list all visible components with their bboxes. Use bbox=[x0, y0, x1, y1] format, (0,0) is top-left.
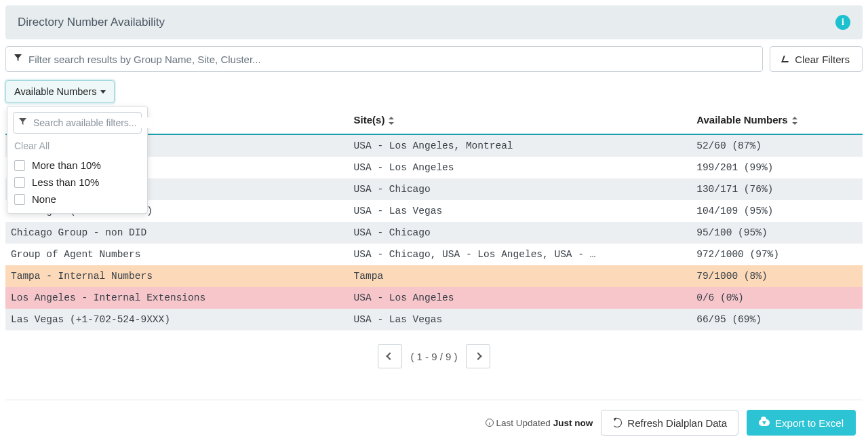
filter-dropdown-panel: Clear All More than 10%Less than 10%None bbox=[7, 106, 148, 214]
cell-available: 104/109 (95%) bbox=[691, 200, 863, 222]
chevron-down-icon bbox=[100, 90, 106, 94]
app-root: Directory Number Availability i Clear Fi… bbox=[0, 0, 868, 441]
export-button[interactable]: Export to Excel bbox=[747, 410, 856, 436]
cell-sites: USA - Los Angeles bbox=[349, 157, 692, 178]
table-row[interactable]: Chicago Group - non DIDUSA - Chicago95/1… bbox=[5, 222, 863, 244]
pagination: ( 1 - 9 / 9 ) bbox=[5, 344, 863, 368]
page-title: Directory Number Availability bbox=[18, 16, 165, 29]
filter-option[interactable]: More than 10% bbox=[13, 157, 142, 174]
refresh-icon bbox=[612, 418, 622, 427]
cell-available: 52/60 (87%) bbox=[691, 134, 863, 157]
clear-filters-button[interactable]: Clear Filters bbox=[770, 46, 863, 72]
cell-sites: USA - Las Vegas bbox=[349, 309, 692, 330]
checkbox[interactable] bbox=[14, 177, 25, 188]
cell-sites: USA - Los Angeles bbox=[349, 287, 692, 309]
page-header: Directory Number Availability i bbox=[5, 5, 863, 39]
table-row[interactable]: Los Angeles - Internal ExtensionsUSA - L… bbox=[5, 287, 863, 309]
cell-available: 972/1000 (97%) bbox=[691, 244, 863, 265]
filter-option[interactable]: Less than 10% bbox=[13, 174, 142, 191]
cell-group: Las Vegas (+1-702-524-9XXX) bbox=[5, 309, 349, 330]
chevron-right-icon bbox=[474, 352, 481, 360]
table-row[interactable]: Tampa - Internal NumbersTampa79/1000 (8%… bbox=[5, 265, 863, 287]
dropdown-search[interactable] bbox=[13, 112, 142, 134]
cell-group: Los Angeles - Internal Extensions bbox=[5, 287, 349, 309]
column-header-available[interactable]: Available Numbers bbox=[691, 107, 863, 134]
clear-filters-label: Clear Filters bbox=[795, 54, 850, 65]
refresh-button[interactable]: Refresh Dialplan Data bbox=[601, 410, 738, 436]
filter-option-label: Less than 10% bbox=[32, 176, 99, 188]
filter-input-wrap[interactable] bbox=[5, 46, 763, 72]
page-prev-button[interactable] bbox=[378, 344, 402, 368]
cell-available: 0/6 (0%) bbox=[691, 287, 863, 309]
table-row[interactable]: Group of Agent NumbersUSA - Chicago, USA… bbox=[5, 244, 863, 265]
cell-sites: Tampa bbox=[349, 265, 692, 287]
filter-icon bbox=[14, 54, 22, 64]
table-row[interactable]: Las Vegas (+1-702-524-9XXX)USA - Las Veg… bbox=[5, 309, 863, 330]
cell-available: 66/95 (69%) bbox=[691, 309, 863, 330]
filter-option-label: None bbox=[32, 193, 56, 205]
checkbox[interactable] bbox=[14, 160, 25, 171]
filter-option-label: More than 10% bbox=[32, 159, 101, 171]
clock-icon bbox=[486, 419, 494, 427]
cell-group: Group of Agent Numbers bbox=[5, 244, 349, 265]
chevron-left-icon bbox=[387, 352, 394, 360]
cell-sites: USA - Chicago bbox=[349, 178, 692, 200]
cell-sites: USA - Chicago, USA - Los Angeles, USA - … bbox=[349, 244, 692, 265]
cell-available: 130/171 (76%) bbox=[691, 178, 863, 200]
filter-option[interactable]: None bbox=[13, 191, 142, 208]
cell-available: 95/100 (95%) bbox=[691, 222, 863, 244]
cloud-download-icon bbox=[759, 419, 770, 426]
dropdown-label: Available Numbers bbox=[14, 86, 96, 97]
filter-bar: Clear Filters bbox=[5, 46, 863, 72]
pagination-text: ( 1 - 9 / 9 ) bbox=[410, 351, 457, 362]
available-numbers-dropdown[interactable]: Available Numbers bbox=[5, 80, 115, 103]
cell-sites: USA - Chicago bbox=[349, 222, 692, 244]
footer-bar: Last Updated Just now Refresh Dialplan D… bbox=[5, 400, 863, 436]
dropdown-clear-all[interactable]: Clear All bbox=[13, 139, 142, 157]
sort-icon bbox=[792, 117, 799, 125]
last-updated: Last Updated Just now bbox=[486, 418, 593, 428]
cell-group: Chicago Group - non DID bbox=[5, 222, 349, 244]
cell-sites: USA - Los Angeles, Montreal bbox=[349, 134, 692, 157]
cell-sites: USA - Las Vegas bbox=[349, 200, 692, 222]
page-next-button[interactable] bbox=[466, 344, 490, 368]
filter-icon bbox=[19, 118, 26, 128]
table-area: Group Name Site(s) Available Numbers nal… bbox=[5, 107, 863, 400]
column-header-sites[interactable]: Site(s) bbox=[349, 107, 692, 134]
cell-available: 199/201 (99%) bbox=[691, 157, 863, 178]
dropdown-search-input[interactable] bbox=[33, 117, 152, 128]
info-icon[interactable]: i bbox=[835, 15, 850, 30]
cell-available: 79/1000 (8%) bbox=[691, 265, 863, 287]
filter-input[interactable] bbox=[28, 54, 754, 65]
sort-icon bbox=[389, 117, 395, 125]
checkbox[interactable] bbox=[14, 194, 25, 205]
cell-group: Tampa - Internal Numbers bbox=[5, 265, 349, 287]
eraser-icon bbox=[781, 56, 791, 62]
